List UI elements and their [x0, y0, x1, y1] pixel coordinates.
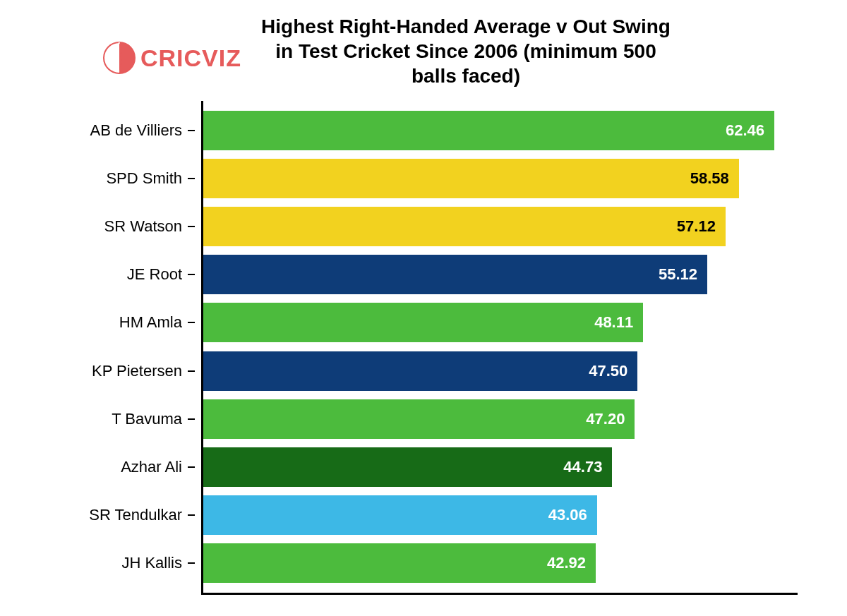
value-label: 42.92: [547, 554, 586, 572]
bar: 57.12: [203, 207, 726, 246]
axis-tick: [188, 226, 195, 227]
y-axis-label: Azhar Ali: [121, 458, 195, 476]
cricviz-logo: CRICVIZ: [102, 41, 241, 75]
bar: 44.73: [203, 447, 612, 487]
bar: 47.50: [203, 351, 637, 391]
bar: 62.46: [203, 111, 774, 150]
axis-tick: [188, 274, 195, 275]
y-axis-label: SR Watson: [104, 217, 195, 236]
value-label: 57.12: [677, 217, 716, 236]
cricket-ball-icon: [102, 41, 136, 75]
value-label: 58.58: [690, 169, 729, 188]
y-axis-label: SR Tendulkar: [89, 506, 195, 524]
y-axis-label: HM Amla: [119, 313, 195, 332]
bar-row: AB de Villiers62.46: [203, 111, 798, 150]
value-label: 55.12: [659, 265, 697, 284]
bar-row: T Bavuma47.20: [203, 399, 798, 439]
bar: 58.58: [203, 159, 739, 198]
category-name: Azhar Ali: [121, 458, 182, 476]
axis-tick: [188, 514, 195, 516]
y-axis-label: AB de Villiers: [90, 121, 195, 140]
value-label: 44.73: [563, 458, 602, 476]
bar-row: HM Amla48.11: [203, 303, 798, 342]
value-label: 62.46: [726, 121, 764, 140]
y-axis-label: JE Root: [127, 265, 195, 284]
y-axis-label: T Bavuma: [112, 410, 195, 428]
logo-text: CRICVIZ: [140, 44, 241, 72]
category-name: HM Amla: [119, 313, 182, 332]
axis-tick: [188, 466, 195, 468]
value-label: 43.06: [548, 506, 587, 524]
bar-row: SR Tendulkar43.06: [203, 495, 798, 535]
bar-row: Azhar Ali44.73: [203, 447, 798, 487]
bar-row: JE Root55.12: [203, 255, 798, 294]
bar-row: KP Pietersen47.50: [203, 351, 798, 391]
axis-tick: [188, 130, 195, 131]
axis-tick: [188, 418, 195, 420]
y-axis-label: KP Pietersen: [92, 362, 195, 380]
bar-row: SPD Smith58.58: [203, 159, 798, 198]
bar-row: SR Watson57.12: [203, 207, 798, 246]
category-name: SR Tendulkar: [89, 506, 182, 524]
chart-title: Highest Right-Handed Average v Out Swing…: [176, 14, 671, 88]
axis-tick: [188, 562, 195, 564]
bar: 42.92: [203, 543, 596, 583]
y-axis-label: SPD Smith: [106, 169, 195, 188]
axis-tick: [188, 178, 195, 179]
category-name: T Bavuma: [112, 410, 182, 428]
bar: 47.20: [203, 399, 635, 439]
category-name: JE Root: [127, 265, 182, 284]
category-name: SR Watson: [104, 217, 182, 236]
value-label: 47.20: [586, 410, 625, 428]
category-name: JH Kallis: [121, 554, 182, 572]
bar-row: JH Kallis42.92: [203, 543, 798, 583]
value-label: 47.50: [589, 362, 627, 380]
category-name: KP Pietersen: [92, 362, 182, 380]
bar: 48.11: [203, 303, 643, 342]
axis-tick: [188, 322, 195, 323]
value-label: 48.11: [594, 313, 633, 332]
plot-area: AB de Villiers62.46SPD Smith58.58SR Wats…: [201, 101, 798, 595]
axis-tick: [188, 370, 195, 372]
category-name: SPD Smith: [106, 169, 182, 188]
category-name: AB de Villiers: [90, 121, 182, 140]
bar: 43.06: [203, 495, 597, 535]
y-axis-label: JH Kallis: [121, 554, 195, 572]
bar: 55.12: [203, 255, 707, 294]
chart-container: CRICVIZ Highest Right-Handed Average v O…: [0, 0, 847, 616]
